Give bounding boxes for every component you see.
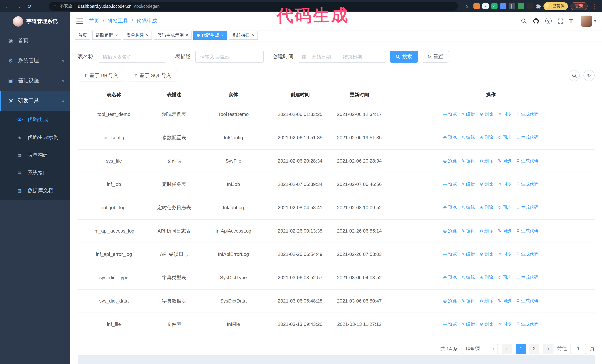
sidebar-subitem[interactable]: ▤ 系统接口 — [0, 164, 70, 182]
row-action-link[interactable]: ⊗ 删除 — [480, 298, 493, 304]
row-action-link[interactable]: ◎ 预览 — [443, 204, 457, 211]
row-action-link[interactable]: ⊗ 删除 — [480, 204, 493, 211]
row-action-link[interactable]: ↧ 生成代码 — [516, 204, 538, 211]
import-db-button[interactable]: ↥ 基于 DB 导入 — [78, 70, 124, 82]
extension-icon[interactable] — [527, 3, 533, 9]
row-action-link[interactable]: ↻ 同步 — [498, 135, 511, 141]
row-action-link[interactable]: ✎ 编辑 — [462, 321, 475, 327]
tab[interactable]: 首页 — [75, 31, 90, 40]
tab-close-icon[interactable]: × — [115, 33, 118, 37]
prev-page-button[interactable]: ‹ — [502, 343, 512, 354]
breadcrumb-item[interactable]: 研发工具 — [108, 18, 128, 24]
row-action-link[interactable]: ◎ 预览 — [443, 274, 457, 281]
row-action-link[interactable]: ↧ 生成代码 — [516, 111, 538, 117]
table-name-input[interactable] — [98, 51, 166, 62]
row-action-link[interactable]: ◎ 预览 — [443, 135, 457, 141]
row-action-link[interactable]: ✎ 编辑 — [462, 181, 475, 187]
row-action-link[interactable]: ✎ 编辑 — [462, 204, 475, 211]
toggle-search-button[interactable] — [569, 70, 580, 81]
extension-icon[interactable]: ● — [482, 3, 489, 9]
page-size-select[interactable]: 10条/页 ▾ — [462, 343, 498, 354]
row-action-link[interactable]: ⊗ 删除 — [480, 251, 493, 257]
end-date-input[interactable] — [339, 54, 366, 59]
next-page-button[interactable]: › — [543, 343, 553, 354]
row-action-link[interactable]: ◎ 预览 — [443, 251, 457, 257]
tab[interactable]: 代码生成 × — [194, 31, 227, 40]
fullscreen-icon[interactable] — [557, 18, 563, 24]
row-action-link[interactable]: ✎ 编辑 — [462, 158, 475, 164]
row-action-link[interactable]: ✎ 编辑 — [462, 228, 475, 234]
row-action-link[interactable]: ↧ 生成代码 — [516, 181, 538, 187]
search-button[interactable]: 搜索 — [390, 51, 418, 62]
sidebar-item[interactable]: ▣ 基础设施 ∨ — [0, 71, 70, 91]
row-action-link[interactable]: ✎ 编辑 — [462, 298, 475, 304]
start-date-input[interactable] — [308, 54, 335, 59]
tab-close-icon[interactable]: × — [221, 33, 224, 37]
extension-icon[interactable]: ▌ — [509, 3, 515, 9]
tab[interactable]: 链路追踪 × — [92, 31, 121, 40]
row-action-link[interactable]: ◎ 预览 — [443, 181, 457, 187]
row-action-link[interactable]: ✎ 编辑 — [462, 111, 475, 117]
row-action-link[interactable]: ◎ 预览 — [443, 321, 457, 327]
row-action-link[interactable]: ◎ 预览 — [443, 158, 457, 164]
row-action-link[interactable]: ↻ 同步 — [498, 228, 511, 234]
refresh-table-button[interactable]: ↻ — [583, 70, 595, 81]
row-action-link[interactable]: ⊗ 删除 — [480, 181, 493, 187]
browser-update-button[interactable]: 更新 — [570, 2, 588, 10]
row-action-link[interactable]: ↻ 同步 — [498, 251, 511, 257]
row-action-link[interactable]: ↧ 生成代码 — [516, 298, 538, 304]
row-action-link[interactable]: ↧ 生成代码 — [516, 135, 538, 141]
row-action-link[interactable]: ⊗ 删除 — [480, 274, 493, 281]
extension-icon[interactable]: ✓ — [491, 3, 497, 9]
sidebar-subitem[interactable]: ▥ 数据库文档 — [0, 182, 70, 200]
row-action-link[interactable]: ⊗ 删除 — [480, 135, 493, 141]
browser-profile-chip[interactable]: 已暂停 — [543, 2, 568, 10]
row-action-link[interactable]: ↻ 同步 — [498, 204, 511, 211]
tab-close-icon[interactable]: × — [252, 33, 255, 37]
date-range-picker[interactable]: ▦ - — [298, 51, 386, 62]
tab[interactable]: 系统接口 × — [229, 31, 258, 40]
row-action-link[interactable]: ↻ 同步 — [498, 298, 511, 304]
extension-icon[interactable] — [500, 3, 506, 9]
row-action-link[interactable]: ↻ 同步 — [498, 321, 511, 327]
table-desc-input[interactable] — [195, 51, 264, 62]
bookmark-star-icon[interactable]: ☆ — [463, 2, 471, 10]
row-action-link[interactable]: ✎ 编辑 — [462, 274, 475, 281]
browser-menu-icon[interactable]: ⋮ — [590, 2, 598, 10]
browser-forward-icon[interactable]: → — [14, 2, 22, 10]
row-action-link[interactable]: ⊗ 删除 — [480, 158, 493, 164]
row-action-link[interactable]: ⊗ 删除 — [480, 111, 493, 117]
row-action-link[interactable]: ◎ 预览 — [443, 111, 457, 117]
search-icon[interactable] — [521, 18, 527, 24]
goto-page-input[interactable] — [570, 343, 586, 354]
sidebar-item[interactable]: ◉ 首页 — [0, 31, 70, 51]
tab[interactable]: 代码生成示例 × — [154, 31, 192, 40]
row-action-link[interactable]: ↧ 生成代码 — [516, 274, 538, 281]
row-action-link[interactable]: ✎ 编辑 — [462, 135, 475, 141]
app-logo[interactable]: 芋道管理系统 — [0, 12, 70, 31]
row-action-link[interactable]: ⊗ 删除 — [480, 228, 493, 234]
row-action-link[interactable]: ↻ 同步 — [498, 158, 511, 164]
browser-home-icon[interactable]: ⌂ — [36, 2, 44, 10]
row-action-link[interactable]: ↻ 同步 — [498, 274, 511, 281]
browser-reload-icon[interactable]: ↻ — [25, 2, 33, 10]
github-icon[interactable] — [533, 18, 539, 24]
sidebar-subitem[interactable]: ▦ 表单构建 — [0, 146, 70, 164]
font-size-icon[interactable]: TT — [569, 18, 575, 24]
sidebar-item[interactable]: ⚙ 系统管理 ∨ — [0, 51, 70, 71]
user-avatar[interactable]: ▾ — [581, 15, 596, 26]
hamburger-icon[interactable] — [76, 18, 83, 23]
row-action-link[interactable]: ↧ 生成代码 — [516, 321, 538, 327]
page-number-button[interactable]: 1 — [516, 343, 526, 354]
import-sql-button[interactable]: ↥ 基于 SQL 导入 — [128, 70, 177, 82]
page-number-button[interactable]: 2 — [529, 343, 539, 354]
help-icon[interactable]: ? — [545, 18, 551, 24]
row-action-link[interactable]: ✎ 编辑 — [462, 251, 475, 257]
row-action-link[interactable]: ⊗ 删除 — [480, 321, 493, 327]
extension-icon[interactable] — [518, 3, 524, 9]
breadcrumb-item[interactable]: 代码生成 — [136, 18, 157, 24]
reset-button[interactable]: ↻ 重置 — [422, 51, 449, 62]
address-bar[interactable]: ⚠ 不安全 dashboard.yudao.iocoder.cn /tool/c… — [49, 2, 458, 10]
row-action-link[interactable]: ↻ 同步 — [498, 181, 511, 187]
breadcrumb-item[interactable]: 首页 — [89, 18, 99, 24]
